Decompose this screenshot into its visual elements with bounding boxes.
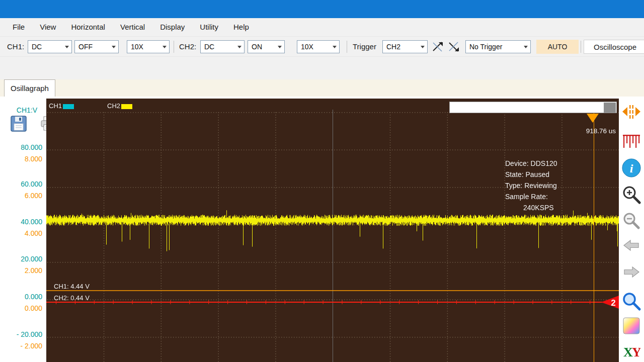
ch1-enable-value: OFF — [78, 43, 93, 51]
scope-canvas — [46, 99, 619, 362]
axis-label-ch2: 0.000 — [0, 304, 42, 312]
menu-file[interactable]: File — [5, 18, 32, 36]
menu-vertical[interactable]: Vertical — [113, 18, 152, 36]
menu-display[interactable]: Display — [152, 18, 192, 36]
menu-bar: File View Horizontal Vertical Display Ut… — [0, 18, 644, 36]
sample-rate-label: Sample Rate: — [505, 191, 581, 202]
chevron-down-icon — [421, 46, 425, 48]
save-icon[interactable] — [9, 115, 28, 133]
app-window: { "titlebar": { "title": "SainSmart Vers… — [0, 0, 644, 362]
chevron-down-icon — [278, 46, 282, 48]
trigger-label: Trigger — [353, 37, 376, 57]
arrow-left-icon[interactable] — [623, 238, 640, 252]
ch1-enable-select[interactable]: OFF — [74, 40, 119, 53]
legend-ch1-label: CH1 — [49, 102, 62, 110]
ch2-coupling-value: DC — [204, 43, 214, 51]
device-type: Type: Reviewing — [505, 180, 581, 191]
falling-edge-icon[interactable] — [447, 40, 461, 53]
trigger-mode-select[interactable]: No Trigger — [465, 40, 531, 53]
axis-title-ch1: CH1:V — [0, 106, 42, 114]
oscilloscope-mode-button[interactable]: Oscilloscope — [584, 40, 644, 54]
zoom-window-icon[interactable] — [621, 291, 642, 312]
ch2-label: CH2: — [179, 37, 196, 57]
axis-label-ch2: 6.000 — [0, 192, 42, 200]
trigger-comb-icon[interactable] — [622, 134, 640, 149]
zoom-in-icon[interactable] — [621, 184, 642, 205]
menu-help[interactable]: Help — [226, 18, 257, 36]
axis-label-ch2: - 2.000 — [0, 342, 42, 350]
trigger-source-select[interactable]: CH2 — [382, 40, 428, 53]
axis-label-ch2: 2.000 — [0, 266, 42, 275]
axis-label-ch1: 60.000 — [0, 180, 42, 188]
ch2-probe-select[interactable]: 10X — [297, 40, 340, 53]
chevron-down-icon — [524, 46, 528, 48]
ch2-enable-select[interactable]: ON — [248, 40, 285, 53]
menu-view[interactable]: View — [32, 18, 63, 36]
chevron-down-icon — [237, 46, 242, 48]
legend-ch2-label: CH2 — [107, 102, 120, 110]
time-cursor-marker[interactable] — [587, 114, 599, 123]
ch2-color-swatch — [121, 104, 132, 109]
ch1-coupling-value: DC — [32, 43, 42, 51]
tab-strip: Osillagraph — [0, 79, 644, 97]
ch1-probe-select[interactable]: 10X — [127, 40, 170, 53]
ch2-measurement: CH2: 0.44 V — [54, 294, 90, 302]
title-bar: SainSmart Version 1.2 — [0, 0, 644, 18]
xy-mode-icon[interactable]: X Y — [622, 344, 640, 359]
axis-label-ch1: - 20.000 — [0, 330, 42, 338]
menu-horizontal[interactable]: Horizontal — [63, 18, 113, 36]
chevron-down-icon — [163, 46, 167, 48]
ch2-coupling-select[interactable]: DC — [200, 40, 245, 53]
scrollbar-thumb[interactable] — [604, 103, 616, 113]
menu-utility[interactable]: Utility — [192, 18, 226, 36]
device-state: State: Paused — [505, 169, 581, 180]
axis-label-ch1: 0.000 — [0, 293, 42, 301]
toolbar-separator — [347, 41, 347, 53]
cursor-time-label: 918.76 us — [548, 127, 616, 135]
ch1-color-swatch — [63, 104, 74, 109]
axis-label-ch1: 40.000 — [0, 218, 42, 226]
device-name: Device: DDS120 — [505, 158, 581, 169]
toolbar-separator — [174, 41, 174, 53]
scope-display: CH1 CH2 918.76 us Device: DDS120 State: … — [46, 99, 619, 362]
sample-rate-value: 240KSPS — [505, 202, 581, 213]
ch2-probe-value: 10X — [301, 43, 313, 51]
trigger-source-value: CH2 — [386, 43, 400, 51]
pan-horizontal-icon[interactable] — [622, 103, 641, 120]
action-toolbar: 0 ? — [0, 56, 644, 79]
ch1-coupling-select[interactable]: DC — [28, 40, 72, 53]
toolbar-separator — [581, 41, 581, 53]
tool-sidebar: i — [619, 97, 644, 362]
zoom-out-icon[interactable] — [622, 211, 641, 230]
axis-label-ch2: 8.000 — [0, 155, 42, 163]
svg-text:i: i — [630, 162, 633, 175]
ch2-level-marker[interactable]: 2 — [601, 296, 619, 309]
ch1-measurement: CH1: 4.44 V — [54, 283, 90, 291]
trigger-mode-value: No Trigger — [469, 43, 502, 51]
device-info-panel: Device: DDS120 State: Paused Type: Revie… — [505, 158, 581, 213]
ch2-marker-number: 2 — [611, 298, 615, 308]
chevron-down-icon — [333, 46, 337, 48]
ch1-probe-value: 10X — [131, 43, 143, 51]
axis-label-ch1: 20.000 — [0, 255, 42, 263]
ch1-label: CH1: — [7, 37, 24, 57]
svg-text:Y: Y — [632, 345, 640, 359]
rising-edge-icon[interactable] — [431, 40, 445, 53]
ch2-enable-value: ON — [252, 43, 262, 51]
chevron-down-icon — [65, 46, 69, 48]
chevron-down-icon — [112, 46, 116, 48]
axis-label-ch2: 4.000 — [0, 229, 42, 237]
axis-label-ch1: 80.000 — [0, 143, 42, 151]
channel-toolbar: CH1: DC OFF 10X CH2: DC ON 10X Trigger C… — [0, 36, 644, 56]
arrow-right-icon[interactable] — [623, 265, 640, 279]
palette-icon[interactable] — [622, 317, 640, 335]
auto-button[interactable]: AUTO — [536, 40, 579, 54]
info-icon[interactable]: i — [622, 158, 641, 177]
tab-osillagraph[interactable]: Osillagraph — [4, 79, 55, 97]
horizontal-scrollbar[interactable] — [449, 102, 617, 113]
